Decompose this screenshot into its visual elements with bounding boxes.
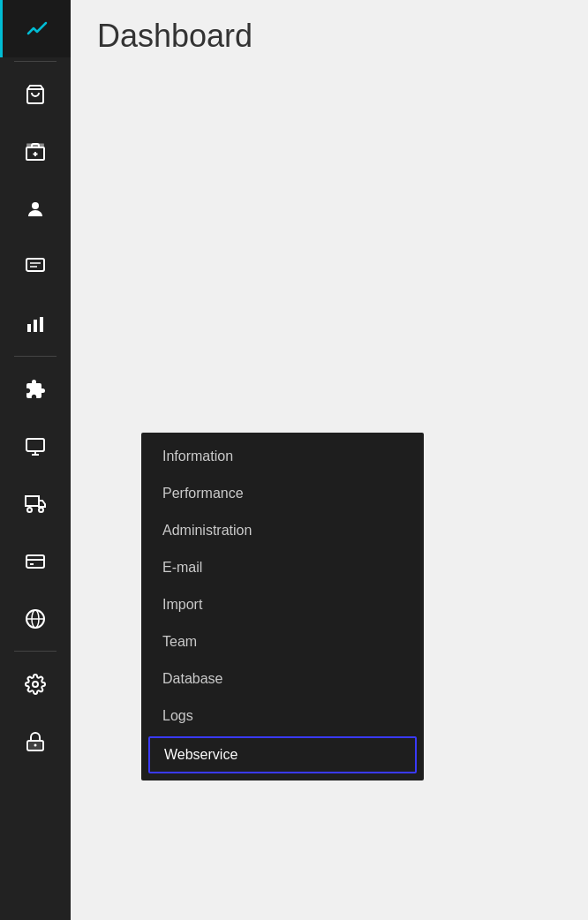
messages-icon <box>25 256 46 277</box>
sidebar-item-dashboard[interactable] <box>0 0 71 57</box>
sidebar-divider-1 <box>14 61 57 62</box>
sidebar-item-monitor[interactable] <box>0 418 71 475</box>
svg-point-16 <box>27 508 32 512</box>
dropdown-item-import[interactable]: Import <box>141 586 424 623</box>
sidebar-item-shipping[interactable] <box>0 475 71 532</box>
svg-rect-11 <box>34 320 37 332</box>
sidebar-item-messages[interactable] <box>0 238 71 295</box>
dropdown-item-performance[interactable]: Performance <box>141 475 424 512</box>
svg-rect-7 <box>26 259 44 271</box>
main-content: Dashboard Information Performance Admini… <box>71 0 588 920</box>
svg-rect-12 <box>40 317 43 332</box>
dropdown-item-webservice[interactable]: Webservice <box>148 736 417 773</box>
dropdown-item-administration[interactable]: Administration <box>141 512 424 549</box>
svg-point-6 <box>32 202 39 209</box>
sidebar <box>0 0 71 920</box>
sidebar-item-globe[interactable] <box>0 590 71 647</box>
svg-point-24 <box>33 682 38 687</box>
sidebar-item-admin[interactable] <box>0 713 71 770</box>
barchart-icon <box>25 313 46 335</box>
sidebar-item-plugins[interactable] <box>0 360 71 418</box>
dropdown-menu: Information Performance Administration E… <box>141 433 424 780</box>
admin-icon <box>25 731 46 752</box>
card-icon <box>25 551 46 572</box>
dropdown-item-logs[interactable]: Logs <box>141 698 424 735</box>
dropdown-item-team[interactable]: Team <box>141 623 424 660</box>
dropdown-item-email[interactable]: E-mail <box>141 549 424 586</box>
sidebar-item-payment[interactable] <box>0 532 71 590</box>
svg-rect-5 <box>26 143 44 148</box>
truck-icon <box>25 494 46 515</box>
sidebar-divider-3 <box>14 651 57 652</box>
monitor-icon <box>25 436 46 457</box>
svg-rect-18 <box>26 555 44 568</box>
chart-line-icon <box>26 19 48 40</box>
sidebar-item-profile[interactable] <box>0 180 71 238</box>
sidebar-item-stats[interactable] <box>0 295 71 352</box>
dropdown-item-database[interactable]: Database <box>141 660 424 698</box>
globe-icon <box>25 608 46 630</box>
sidebar-divider-2 <box>14 356 57 357</box>
sidebar-item-store[interactable] <box>0 123 71 180</box>
puzzle-icon <box>25 379 46 400</box>
profile-icon <box>25 199 46 220</box>
sidebar-item-settings[interactable] <box>0 655 71 713</box>
cart-icon <box>25 84 46 105</box>
svg-rect-13 <box>26 439 44 451</box>
page-title: Dashboard <box>97 18 562 55</box>
svg-rect-10 <box>27 324 31 332</box>
store-icon <box>25 141 46 162</box>
svg-point-17 <box>39 508 43 512</box>
gear-icon <box>25 674 46 695</box>
svg-point-27 <box>34 743 37 746</box>
dropdown-item-information[interactable]: Information <box>141 438 424 475</box>
sidebar-item-cart[interactable] <box>0 65 71 123</box>
